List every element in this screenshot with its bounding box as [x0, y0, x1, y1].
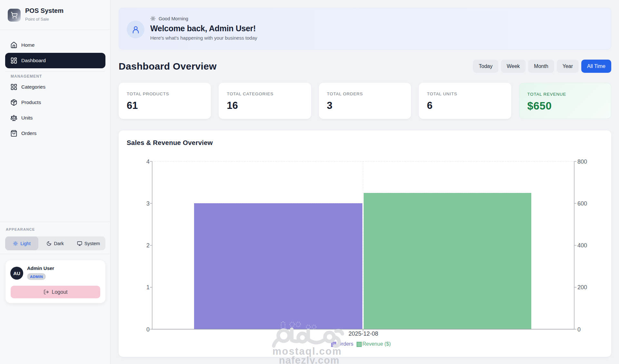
svg-text:3: 3	[146, 200, 150, 207]
svg-text:4: 4	[146, 158, 150, 165]
svg-text:200: 200	[577, 284, 587, 291]
svg-text:0: 0	[146, 326, 150, 333]
svg-text:800: 800	[577, 158, 587, 165]
svg-text:Orders: Orders	[338, 341, 353, 347]
svg-text:Revenue ($): Revenue ($)	[362, 341, 391, 347]
svg-text:400: 400	[577, 242, 587, 249]
svg-text:2: 2	[146, 242, 150, 249]
svg-text:0: 0	[577, 326, 581, 333]
svg-text:1: 1	[146, 284, 150, 291]
svg-text:2025-12-08: 2025-12-08	[349, 330, 378, 337]
svg-text:600: 600	[577, 200, 587, 207]
